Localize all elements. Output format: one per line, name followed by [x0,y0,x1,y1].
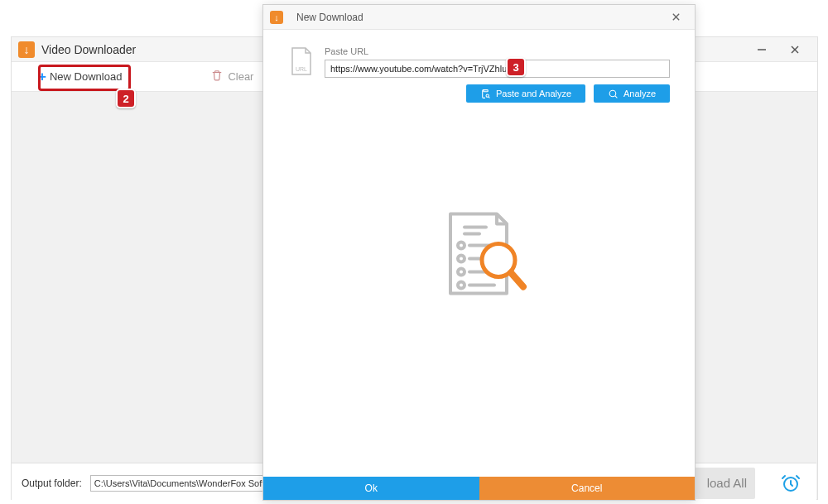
url-input[interactable] [325,60,670,78]
svg-point-10 [609,90,616,97]
url-document-icon: URL [288,46,315,76]
svg-point-8 [486,94,489,97]
new-download-button[interactable]: + New Download [31,65,128,89]
dialog-footer: Ok Cancel [263,477,695,500]
window-controls [753,41,811,59]
svg-text:URL: URL [296,66,307,72]
clear-button[interactable]: Clear [211,70,253,84]
close-button[interactable] [786,41,804,59]
paste-and-analyze-button[interactable]: Paste and Analyze [466,84,585,103]
clipboard-search-icon [480,89,491,99]
ok-button[interactable]: Ok [263,477,479,500]
paste-and-analyze-label: Paste and Analyze [496,89,571,98]
new-download-dialog: ↓ New Download URL Paste URL Paste [262,4,696,501]
svg-point-14 [458,242,465,248]
callout-badge-3: 3 [506,57,526,77]
minimize-icon [757,45,767,55]
svg-point-18 [458,268,465,275]
svg-line-23 [511,272,523,286]
download-all-label: load All [707,476,747,490]
analyze-label: Analyze [623,89,656,98]
search-icon [608,89,619,99]
svg-line-11 [615,95,617,97]
svg-point-20 [458,281,465,288]
callout-badge-2-text: 2 [123,93,128,105]
new-download-label: New Download [50,70,122,83]
app-logo-icon: ↓ [18,41,35,58]
cancel-button[interactable]: Cancel [479,477,696,500]
dialog-close-button[interactable] [663,8,688,26]
url-fields: Paste URL Paste and Analyze Analyze [325,46,670,103]
magnifier-icon [482,243,523,286]
paste-url-label: Paste URL [325,46,670,56]
close-icon [672,12,681,22]
dialog-logo-icon: ↓ [270,11,283,24]
plus-icon: + [38,69,46,85]
svg-line-9 [489,97,489,98]
output-folder-label: Output folder: [22,478,82,489]
minimize-button[interactable] [753,41,771,59]
dialog-title: New Download [296,12,663,23]
url-row: URL Paste URL Paste and Analyze Analyze [288,46,670,103]
analyze-row: Paste and Analyze Analyze [325,84,670,103]
close-icon [790,45,800,55]
placeholder-illustration [430,204,529,306]
dialog-body: URL Paste URL Paste and Analyze Analyze [263,30,695,477]
clear-label: Clear [228,70,253,83]
dialog-titlebar: ↓ New Download [263,5,695,30]
callout-badge-2: 2 [116,89,136,108]
callout-badge-3-text: 3 [513,61,518,74]
analyze-button[interactable]: Analyze [594,84,670,103]
trash-icon [211,70,223,84]
alarm-clock-icon[interactable] [775,468,806,499]
svg-point-16 [458,255,465,262]
